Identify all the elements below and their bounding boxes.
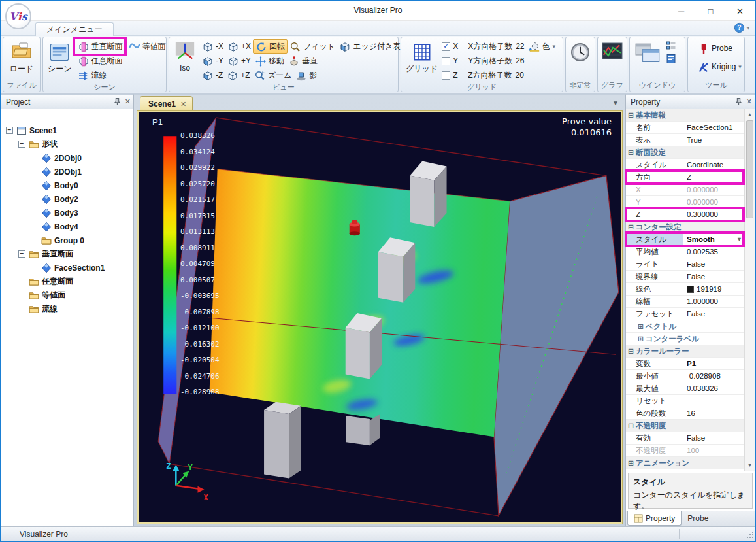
- tree-item-2DObj0[interactable]: 2DObj0: [1, 151, 133, 165]
- tree-item-垂直断面[interactable]: −垂直断面: [1, 247, 133, 261]
- property-section-コンターラベル[interactable]: ⊞コンターラベル: [626, 333, 744, 345]
- property-row-ライト[interactable]: ライトFalse: [626, 258, 744, 271]
- scene-button[interactable]: シーン: [46, 39, 74, 75]
- property-value[interactable]: 0.000000: [683, 196, 744, 208]
- grid-count-value[interactable]: 26: [516, 56, 524, 65]
- isosurface-button[interactable]: 等値面: [127, 39, 168, 54]
- view-button-+X[interactable]: +X: [225, 39, 253, 54]
- property-value[interactable]: [683, 395, 744, 407]
- property-row-リセット[interactable]: リセット: [626, 395, 744, 407]
- property-row-スタイル[interactable]: スタイルSmooth▼: [626, 233, 744, 246]
- close-icon[interactable]: ✕: [180, 100, 186, 109]
- view-button-+Z[interactable]: +Z: [225, 68, 252, 82]
- scroll-down-icon[interactable]: ▼: [745, 460, 755, 470]
- property-row-不透明度[interactable]: 不透明度100: [626, 445, 744, 457]
- property-row-X[interactable]: X0.000000: [626, 184, 744, 196]
- view-button-垂直[interactable]: 垂直: [286, 54, 320, 68]
- view-button--X[interactable]: -X: [200, 39, 225, 54]
- expander-icon[interactable]: ⊟: [626, 109, 636, 121]
- minimize-button[interactable]: ─: [666, 1, 696, 21]
- pin-icon[interactable]: [734, 97, 743, 106]
- view-button-回転[interactable]: 回転: [253, 39, 288, 54]
- expander-icon[interactable]: ⊞: [626, 457, 636, 469]
- expander-icon[interactable]: −: [18, 141, 25, 148]
- property-row-ファセット[interactable]: ファセットFalse: [626, 308, 744, 320]
- grid-count-X方向格子数[interactable]: X方向格子数22: [468, 39, 524, 54]
- close-button[interactable]: ✕: [725, 1, 755, 21]
- property-section-アニメーション[interactable]: ⊞アニメーション: [626, 457, 744, 469]
- maximize-button[interactable]: □: [696, 1, 725, 21]
- tool-button-Kriging[interactable]: Kriging▾: [696, 59, 744, 74]
- property-row-有効[interactable]: 有効False: [626, 432, 744, 445]
- property-value[interactable]: False: [683, 432, 744, 444]
- window-arrange-button[interactable]: [633, 39, 664, 62]
- property-row-最小値[interactable]: 最小値-0.028908: [626, 370, 744, 382]
- expander-icon[interactable]: −: [18, 250, 25, 258]
- expander-icon[interactable]: −: [6, 127, 13, 134]
- grid-count-value[interactable]: 20: [515, 71, 523, 80]
- property-section-コンター設定[interactable]: ⊟コンター設定: [626, 221, 744, 233]
- property-row-方向[interactable]: 方向Z: [626, 171, 744, 184]
- tree-item-形状[interactable]: −形状: [1, 137, 133, 151]
- scroll-up-icon[interactable]: ▲: [745, 110, 755, 120]
- graph-button[interactable]: [599, 39, 625, 62]
- property-value[interactable]: 1.000000: [683, 296, 744, 307]
- property-row-スタイル[interactable]: スタイルCoordinate: [626, 159, 744, 171]
- grid-count-Z方向格子数[interactable]: Z方向格子数20: [468, 68, 524, 82]
- tree-item-等値面[interactable]: 等値面: [1, 288, 133, 302]
- expander-icon[interactable]: ⊟: [626, 221, 636, 233]
- property-row-平均値[interactable]: 平均値0.002535: [626, 246, 744, 258]
- property-section-断面設定[interactable]: ⊟断面設定: [626, 146, 744, 159]
- close-icon[interactable]: ✕: [125, 97, 131, 106]
- view-button-フィット[interactable]: フィット: [288, 39, 337, 54]
- view-button--Z[interactable]: -Z: [200, 68, 225, 82]
- view-button-ズーム[interactable]: ズーム: [252, 68, 294, 82]
- property-value[interactable]: -0.028908: [683, 370, 744, 382]
- window-doc-icon[interactable]: [666, 54, 676, 64]
- tree-item-Scene1[interactable]: −Scene1: [1, 124, 133, 137]
- view-button-影[interactable]: 影: [293, 68, 319, 82]
- property-value[interactable]: FaceSection1: [683, 122, 744, 133]
- property-value[interactable]: 100: [683, 445, 744, 456]
- scene-button-垂直断面[interactable]: 垂直断面: [76, 39, 125, 54]
- property-value[interactable]: False: [683, 271, 744, 282]
- app-logo[interactable]: Vis: [5, 3, 31, 29]
- property-value[interactable]: 0.038326: [683, 382, 744, 394]
- expander-icon[interactable]: ⊟: [626, 146, 636, 158]
- property-row-Y[interactable]: Y0.000000: [626, 196, 744, 209]
- view-button-移動[interactable]: 移動: [253, 54, 286, 68]
- property-value[interactable]: True: [683, 134, 744, 146]
- grid-color-button[interactable]: 色 ▾: [527, 39, 558, 54]
- load-button[interactable]: ロード: [8, 39, 36, 75]
- tool-button-Probe[interactable]: Probe: [696, 41, 744, 56]
- property-row-最大値[interactable]: 最大値0.038326: [626, 382, 744, 395]
- property-section-不透明度[interactable]: ⊟不透明度: [626, 420, 744, 432]
- tree-item-Group 0[interactable]: Group 0: [1, 233, 133, 247]
- tree-item-Body2[interactable]: Body2: [1, 192, 133, 206]
- close-icon[interactable]: ✕: [746, 97, 752, 106]
- property-value[interactable]: Coordinate: [683, 159, 744, 171]
- tab-property[interactable]: Property: [627, 511, 682, 526]
- property-section-カラールーラー[interactable]: ⊟カラールーラー: [626, 345, 744, 358]
- property-row-線幅[interactable]: 線幅1.000000: [626, 296, 744, 308]
- expander-icon[interactable]: ⊞: [636, 333, 646, 345]
- property-value[interactable]: Smooth▼: [683, 233, 744, 245]
- property-row-色の段数[interactable]: 色の段数16: [626, 407, 744, 420]
- property-value[interactable]: P1: [683, 358, 744, 369]
- view-button--Y[interactable]: -Y: [200, 54, 225, 68]
- property-value[interactable]: False: [683, 258, 744, 270]
- property-value[interactable]: False: [683, 308, 744, 320]
- property-row-表示[interactable]: 表示True: [626, 134, 744, 146]
- tree-item-任意断面[interactable]: 任意断面: [1, 275, 133, 288]
- grid-count-Y方向格子数[interactable]: Y方向格子数26: [468, 54, 524, 68]
- grid-axis-Z[interactable]: Z: [442, 68, 458, 82]
- tab-main-menu[interactable]: メインメニュー: [35, 22, 114, 36]
- scene-button-流線[interactable]: 流線: [76, 68, 125, 82]
- scene-viewport[interactable]: Z Y X P1 0.0383260.0341240.0299220.02572…: [139, 112, 621, 522]
- tree-item-2DObj1[interactable]: 2DObj1: [1, 165, 133, 178]
- property-value[interactable]: Z: [683, 171, 744, 183]
- checkbox-Y[interactable]: [442, 57, 450, 65]
- property-row-境界線[interactable]: 境界線False: [626, 271, 744, 283]
- tab-scene1[interactable]: Scene1 ✕: [140, 96, 193, 111]
- grid-axis-Y[interactable]: Y: [442, 54, 458, 68]
